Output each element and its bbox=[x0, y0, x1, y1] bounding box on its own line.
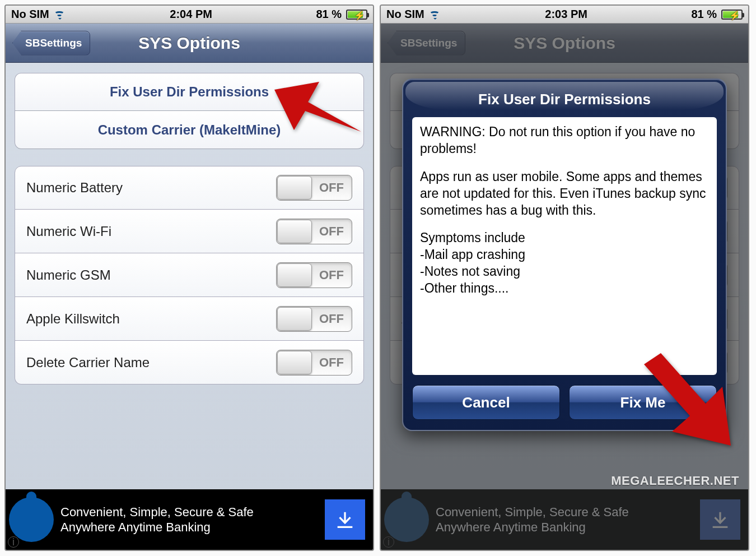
numeric-wifi-toggle[interactable]: OFF bbox=[276, 219, 352, 244]
numeric-battery-toggle[interactable]: OFF bbox=[276, 175, 352, 201]
battery-percent: 81 % bbox=[316, 8, 342, 21]
toggle-state: OFF bbox=[319, 175, 344, 200]
ad-info-icon[interactable]: i bbox=[8, 536, 19, 548]
ad-text: Convenient, Simple, Secure & SafeAnywher… bbox=[60, 504, 318, 535]
toggle-label: Numeric GSM bbox=[26, 267, 111, 283]
toggle-group: Numeric Battery OFF Numeric Wi-Fi OFF Nu… bbox=[15, 166, 364, 384]
back-button-label: SBSettings bbox=[25, 37, 82, 49]
ad-logo-icon bbox=[9, 497, 54, 542]
status-bar: No SIM 2:04 PM 81 % ⚡ bbox=[6, 6, 373, 24]
cell-label: Custom Carrier (MakeItMine) bbox=[98, 122, 281, 138]
cancel-button[interactable]: Cancel bbox=[412, 385, 560, 420]
toggle-label: Delete Carrier Name bbox=[26, 355, 150, 370]
settings-content: Fix User Dir Permissions Custom Carrier … bbox=[6, 63, 373, 395]
button-label: Fix Me bbox=[620, 394, 666, 411]
toggle-label: Numeric Wi-Fi bbox=[26, 224, 111, 239]
carrier-label: No SIM bbox=[11, 8, 49, 21]
apple-killswitch-toggle[interactable]: OFF bbox=[276, 306, 352, 332]
toggle-state: OFF bbox=[319, 263, 344, 288]
toggle-label: Apple Killswitch bbox=[26, 311, 120, 327]
dialog-title: Fix User Dir Permissions bbox=[412, 80, 717, 117]
status-bar: No SIM 2:03 PM 81 % ⚡ bbox=[381, 6, 748, 24]
toggle-state: OFF bbox=[319, 307, 344, 331]
button-label: Cancel bbox=[462, 394, 510, 411]
ad-banner[interactable]: i Convenient, Simple, Secure & SafeAnywh… bbox=[6, 489, 373, 550]
screenshot-right: No SIM 2:03 PM 81 % ⚡ SBSettings SYS Opt… bbox=[380, 4, 749, 551]
numeric-gsm-row: Numeric GSM OFF bbox=[15, 253, 364, 297]
fix-permissions-dialog: Fix User Dir Permissions WARNING: Do not… bbox=[402, 78, 727, 431]
toggle-state: OFF bbox=[319, 350, 344, 375]
toggle-state: OFF bbox=[319, 219, 344, 244]
clock-label: 2:03 PM bbox=[545, 8, 587, 21]
ad-download-button[interactable] bbox=[325, 499, 365, 540]
numeric-wifi-row: Numeric Wi-Fi OFF bbox=[15, 210, 364, 253]
delete-carrier-toggle[interactable]: OFF bbox=[276, 350, 352, 376]
action-group: Fix User Dir Permissions Custom Carrier … bbox=[15, 73, 364, 149]
custom-carrier-button[interactable]: Custom Carrier (MakeItMine) bbox=[15, 111, 364, 149]
fix-me-button[interactable]: Fix Me bbox=[569, 385, 717, 420]
carrier-label: No SIM bbox=[386, 8, 424, 21]
battery-icon: ⚡ bbox=[346, 10, 367, 20]
battery-icon: ⚡ bbox=[721, 10, 743, 20]
dialog-body: WARNING: Do not run this option if you h… bbox=[412, 117, 717, 375]
download-icon bbox=[334, 508, 356, 531]
toggle-label: Numeric Battery bbox=[26, 180, 123, 196]
battery-percent: 81 % bbox=[691, 8, 717, 21]
fix-permissions-button[interactable]: Fix User Dir Permissions bbox=[15, 73, 364, 111]
delete-carrier-row: Delete Carrier Name OFF bbox=[15, 341, 364, 384]
screenshot-left: No SIM 2:04 PM 81 % ⚡ SBSettings SYS Opt… bbox=[4, 4, 374, 551]
clock-label: 2:04 PM bbox=[170, 8, 212, 21]
numeric-gsm-toggle[interactable]: OFF bbox=[276, 262, 352, 288]
wifi-icon bbox=[54, 10, 66, 20]
numeric-battery-row: Numeric Battery OFF bbox=[15, 166, 364, 210]
cell-label: Fix User Dir Permissions bbox=[110, 84, 269, 100]
back-button[interactable]: SBSettings bbox=[12, 31, 90, 55]
wifi-icon bbox=[429, 10, 441, 20]
nav-bar: SBSettings SYS Options bbox=[6, 24, 373, 63]
apple-killswitch-row: Apple Killswitch OFF bbox=[15, 297, 364, 341]
watermark-label: MEGALEECHER.NET bbox=[611, 474, 739, 488]
